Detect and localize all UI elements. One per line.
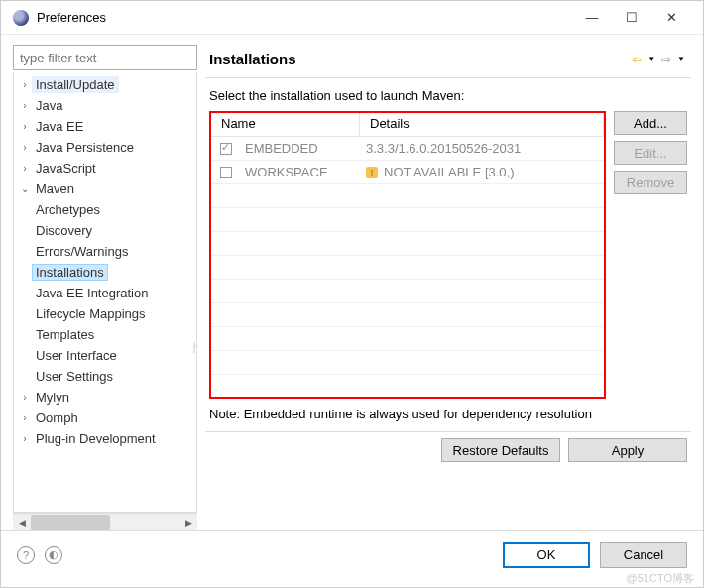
edit-button[interactable]: Edit...	[614, 141, 687, 165]
eclipse-icon	[13, 10, 29, 26]
tree-item[interactable]: ›Java	[14, 95, 196, 116]
apply-button[interactable]: Apply	[568, 438, 687, 462]
table-row[interactable]: EMBEDDED3.3.3/1.6.0.20150526-2031	[211, 137, 604, 161]
window-title: Preferences	[37, 10, 572, 25]
tree-item[interactable]: ›JavaScript	[14, 158, 196, 178]
preferences-tree[interactable]: http://blog.csdn.net/qq_20565303 ›Instal…	[13, 72, 197, 513]
column-details[interactable]: Details	[360, 113, 604, 137]
checkbox[interactable]	[220, 143, 232, 155]
tree-item[interactable]: Discovery	[14, 220, 196, 241]
maximize-button[interactable]: ☐	[612, 4, 651, 32]
main-panel: Installations ⇦ ▼ ⇨ ▼ Select the install…	[205, 45, 691, 530]
tree-item[interactable]: ›Plug-in Development	[14, 428, 196, 449]
tree-item[interactable]: Lifecycle Mappings	[14, 303, 196, 324]
help-icon[interactable]: ?	[17, 546, 35, 564]
cancel-button[interactable]: Cancel	[600, 542, 687, 568]
source-watermark: @51CTO博客	[627, 571, 694, 586]
remove-button[interactable]: Remove	[614, 171, 687, 194]
instruction-text: Select the installation used to launch M…	[205, 78, 691, 111]
progress-icon[interactable]: ◐	[45, 546, 62, 564]
table-row[interactable]: WORKSPACE!NOT AVAILABLE [3.0,)	[211, 161, 604, 184]
forward-icon[interactable]: ⇨	[659, 53, 673, 66]
tree-item[interactable]: ›Oomph	[14, 408, 196, 428]
content-area: http://blog.csdn.net/qq_20565303 ›Instal…	[1, 35, 703, 530]
add-button[interactable]: Add...	[614, 111, 687, 135]
view-menu-icon[interactable]: ▼	[675, 55, 687, 63]
warning-icon: !	[366, 167, 378, 178]
minimize-button[interactable]: —	[572, 4, 612, 32]
scroll-thumb[interactable]	[31, 515, 110, 530]
tree-item[interactable]: ›Java EE	[14, 116, 196, 137]
scroll-right-icon[interactable]: ▶	[179, 514, 197, 531]
filter-input[interactable]	[13, 45, 197, 70]
tree-item[interactable]: Java EE Integration	[14, 283, 196, 303]
dialog-footer: ? ◐ OK Cancel	[1, 530, 703, 578]
back-icon[interactable]: ⇦	[630, 53, 644, 66]
tree-item[interactable]: ›Mylyn	[14, 387, 196, 408]
tree-item[interactable]: ⌄Maven	[14, 178, 196, 199]
installations-table[interactable]: Name Details EMBEDDED3.3.3/1.6.0.2015052…	[209, 111, 606, 399]
tree-item[interactable]: Errors/Warnings	[14, 241, 196, 262]
tree-item[interactable]: ›Install/Update	[14, 74, 196, 95]
tree-item[interactable]: User Interface	[14, 345, 196, 366]
tree-item[interactable]: Templates	[14, 324, 196, 345]
note-text: Note: Embedded runtime is always used fo…	[205, 399, 691, 431]
close-button[interactable]: ✕	[651, 4, 691, 32]
restore-defaults-button[interactable]: Restore Defaults	[441, 438, 560, 462]
title-bar: Preferences — ☐ ✕	[1, 1, 703, 35]
tree-item[interactable]: Archetypes	[14, 199, 196, 220]
back-menu-icon[interactable]: ▼	[645, 55, 657, 63]
tree-item[interactable]: ›Java Persistence	[14, 137, 196, 158]
column-name[interactable]: Name	[211, 113, 360, 137]
sidebar: http://blog.csdn.net/qq_20565303 ›Instal…	[13, 45, 197, 530]
tree-item[interactable]: Installations	[14, 262, 196, 283]
scroll-left-icon[interactable]: ◀	[13, 514, 31, 531]
tree-item[interactable]: User Settings	[14, 366, 196, 387]
checkbox[interactable]	[220, 167, 232, 178]
horizontal-scrollbar[interactable]: ◀ ▶	[13, 513, 197, 530]
page-header: Installations ⇦ ▼ ⇨ ▼	[205, 45, 691, 78]
ok-button[interactable]: OK	[503, 542, 590, 568]
page-title: Installations	[209, 51, 630, 67]
